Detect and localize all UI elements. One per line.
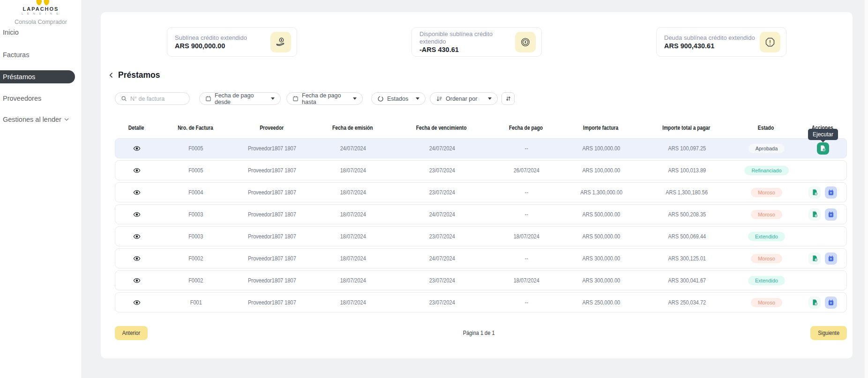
status-badge: Moroso: [751, 188, 782, 197]
sidebar: LAPACHOS L E N D I N G Consola Comprador…: [0, 0, 82, 378]
execute-loan-button[interactable]: [808, 208, 821, 221]
invoice-amount: ARS 1,300,000.00: [580, 189, 622, 196]
total-amount: ARS 250,034.72: [668, 299, 706, 306]
sort-direction-button[interactable]: [501, 92, 515, 105]
previous-page-button[interactable]: Anterior: [115, 326, 148, 340]
issue-date: 18/07/2024: [340, 189, 366, 196]
due-date: 23/07/2024: [429, 277, 455, 284]
invoice-number: F0004: [188, 189, 203, 196]
search-input-container[interactable]: [115, 92, 190, 105]
due-date: 24/07/2024: [429, 211, 455, 218]
column-header: Importe factura: [583, 125, 618, 131]
view-detail-button[interactable]: [133, 277, 141, 284]
sidebar-item-inicio[interactable]: Inicio: [0, 26, 80, 39]
provider-name: Proveedor1807 1807: [248, 145, 296, 152]
invoice-amount: ARS 250,000.00: [583, 299, 621, 306]
view-detail-button[interactable]: [133, 233, 141, 240]
eye-icon: [133, 145, 141, 152]
view-detail-button[interactable]: [133, 145, 141, 152]
provider-name: Proveedor1807 1807: [248, 255, 296, 262]
table-row[interactable]: F0005 Proveedor1807 1807 24/07/2024 24/0…: [115, 138, 847, 158]
calendar-plus-icon: [828, 255, 834, 262]
coin-icon: [515, 32, 536, 52]
chevron-left-icon[interactable]: [108, 72, 115, 79]
card-value: ARS 900,430.61: [664, 42, 760, 50]
view-detail-button[interactable]: [133, 299, 141, 306]
invoice-check-icon: [811, 299, 818, 306]
column-header: Fecha de emisión: [332, 125, 373, 131]
date-to-filter[interactable]: Fecha de pago hasta: [286, 92, 363, 105]
sidebar-item-proveedores[interactable]: Proveedores: [0, 92, 80, 105]
actions-cell: [798, 271, 847, 290]
table-row[interactable]: F0004 Proveedor1807 1807 18/07/2024 23/0…: [115, 182, 847, 202]
table-rows: F0005 Proveedor1807 1807 24/07/2024 24/0…: [115, 138, 847, 312]
total-amount: ARS 500,208.35: [668, 211, 706, 218]
actions-cell: [798, 161, 847, 180]
invoice-number: F0002: [188, 277, 203, 284]
date-from-filter[interactable]: Fecha de pago desde: [199, 92, 281, 105]
sort-by-filter[interactable]: Ordenar por: [430, 92, 498, 105]
alert-octagon-icon: [760, 32, 780, 52]
extend-loan-button[interactable]: [825, 296, 837, 309]
view-detail-button[interactable]: [133, 211, 141, 218]
invoice-amount: ARS 500,000.00: [583, 233, 621, 240]
extend-loan-button[interactable]: [825, 252, 837, 265]
issue-date: 18/07/2024: [340, 211, 366, 218]
invoice-check-icon: [811, 211, 818, 218]
payment-date: 26/07/2024: [513, 167, 539, 174]
issue-date: 18/07/2024: [340, 233, 366, 240]
logo: LAPACHOS L E N D I N G Consola Comprador: [0, 0, 82, 25]
view-detail-button[interactable]: [133, 167, 141, 174]
status-badge: Aprobada: [748, 144, 785, 153]
table-row[interactable]: F0005 Proveedor1807 1807 18/07/2024 23/0…: [115, 160, 847, 180]
search-input[interactable]: [130, 96, 182, 102]
card-sublinea-credito: Sublínea crédito extendido ARS 900,000.0…: [167, 27, 297, 57]
table-row[interactable]: F001 Proveedor1807 1807 18/07/2024 23/07…: [115, 292, 847, 312]
sidebar-item-facturas[interactable]: Facturas: [0, 48, 80, 61]
page-info: Página 1 de 1: [463, 330, 495, 336]
tooltip-ejecutar: Ejecutar: [808, 129, 838, 140]
caret-down-icon: [488, 97, 492, 100]
states-filter[interactable]: Estados: [371, 92, 426, 105]
card-disponible-sublinea: Disponible sublínea crédito extendido -A…: [412, 27, 542, 57]
table-row[interactable]: F0002 Proveedor1807 1807 18/07/2024 24/0…: [115, 248, 847, 268]
table-row[interactable]: F0002 Proveedor1807 1807 18/07/2024 23/0…: [115, 270, 847, 290]
table-row[interactable]: F0003 Proveedor1807 1807 18/07/2024 24/0…: [115, 204, 847, 224]
actions-cell: [798, 205, 847, 224]
caret-down-icon: [416, 97, 419, 100]
next-page-button[interactable]: Siguiente: [810, 326, 847, 340]
card-deuda-sublinea: Deuda sublínea crédito extendido ARS 900…: [656, 27, 786, 57]
eye-icon: [133, 277, 141, 284]
provider-name: Proveedor1807 1807: [248, 189, 296, 196]
scrollbar-track[interactable]: [865, 0, 868, 378]
payment-date: 18/07/2024: [513, 233, 539, 240]
table-row[interactable]: F0003 Proveedor1807 1807 18/07/2024 23/0…: [115, 226, 847, 246]
execute-loan-button[interactable]: [808, 186, 821, 199]
sort-by-label: Ordenar por: [446, 96, 477, 102]
provider-name: Proveedor1807 1807: [248, 299, 296, 306]
view-detail-button[interactable]: [133, 189, 141, 196]
invoice-amount: ARS 100,000.00: [583, 167, 621, 174]
extend-loan-button[interactable]: [825, 186, 837, 199]
extend-loan-button[interactable]: [825, 208, 837, 221]
calendar-plus-icon: [828, 211, 834, 218]
execute-loan-button[interactable]: [817, 142, 829, 155]
provider-name: Proveedor1807 1807: [248, 233, 296, 240]
execute-loan-button[interactable]: [808, 296, 821, 309]
invoice-check-icon: [819, 145, 826, 152]
column-header: Importe total a pagar: [662, 125, 710, 131]
total-amount: ARS 500,069.44: [668, 233, 706, 240]
issue-date: 24/07/2024: [340, 145, 366, 152]
invoice-number: F0003: [188, 211, 203, 218]
hand-coin-icon: [270, 32, 291, 52]
execute-loan-button[interactable]: [808, 252, 821, 265]
issue-date: 18/07/2024: [340, 167, 366, 174]
issue-date: 18/07/2024: [340, 277, 366, 284]
status-badge: Extendido: [748, 276, 785, 285]
sidebar-item-gestiones[interactable]: Gestiones al lender: [0, 113, 80, 126]
card-value: ARS 900,000.00: [175, 42, 270, 50]
sidebar-item-prestamos[interactable]: Préstamos: [0, 70, 75, 83]
status-badge: Moroso: [751, 210, 782, 219]
due-date: 24/07/2024: [429, 255, 455, 262]
view-detail-button[interactable]: [133, 255, 141, 262]
